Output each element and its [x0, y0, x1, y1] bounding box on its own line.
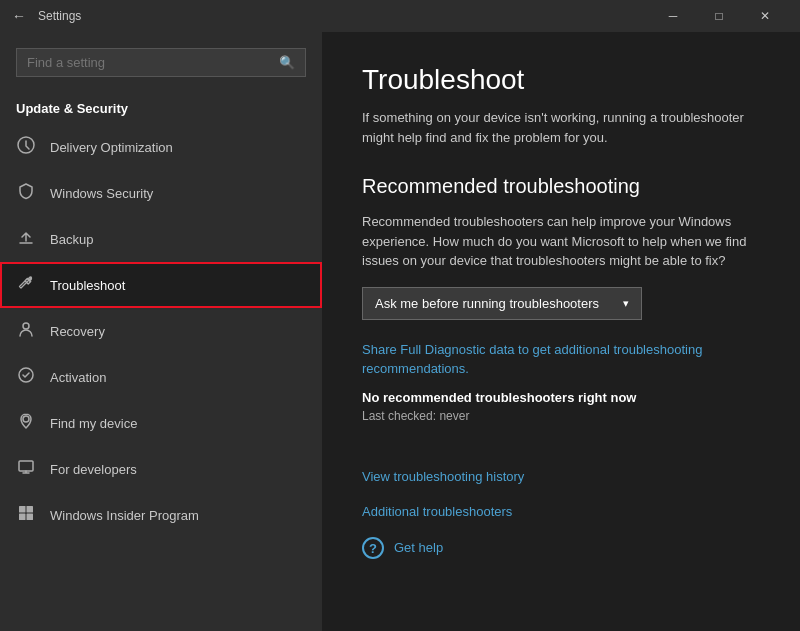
sidebar-item-windows-insider[interactable]: Windows Insider Program [0, 492, 322, 538]
sidebar-item-label-delivery-optimization: Delivery Optimization [50, 140, 173, 155]
recommended-desc: Recommended troubleshooters can help imp… [362, 212, 760, 271]
minimize-button[interactable]: ─ [650, 0, 696, 32]
window-controls: ─ □ ✕ [650, 0, 788, 32]
activation-icon [16, 366, 36, 388]
sidebar-header: 🔍 [0, 32, 322, 101]
delivery-optimization-icon [16, 136, 36, 158]
sidebar-item-activation[interactable]: Activation [0, 354, 322, 400]
maximize-button[interactable]: □ [696, 0, 742, 32]
sidebar-item-backup[interactable]: Backup [0, 216, 322, 262]
backup-icon [16, 228, 36, 250]
get-help-link[interactable]: Get help [394, 539, 443, 557]
sidebar-item-label-windows-security: Windows Security [50, 186, 153, 201]
svg-point-1 [23, 323, 29, 329]
search-input[interactable] [27, 55, 279, 70]
chevron-down-icon: ▾ [623, 297, 629, 310]
sidebar-item-recovery[interactable]: Recovery [0, 308, 322, 354]
recovery-icon [16, 320, 36, 342]
share-diagnostic-link[interactable]: Share Full Diagnostic data to get additi… [362, 342, 702, 376]
titlebar: ← Settings ─ □ ✕ [0, 0, 800, 32]
sidebar-item-label-find-my-device: Find my device [50, 416, 137, 431]
sidebar-item-troubleshoot[interactable]: Troubleshoot [0, 262, 322, 308]
no-troubleshooters-text: No recommended troubleshooters right now [362, 390, 760, 405]
page-description: If something on your device isn't workin… [362, 108, 760, 147]
last-checked-text: Last checked: never [362, 409, 760, 423]
view-history-link[interactable]: View troubleshooting history [362, 469, 524, 484]
content-area: Troubleshoot If something on your device… [322, 32, 800, 631]
titlebar-title: Settings [38, 9, 650, 23]
dropdown-value: Ask me before running troubleshooters [375, 296, 599, 311]
troubleshoot-dropdown[interactable]: Ask me before running troubleshooters ▾ [362, 287, 642, 320]
sidebar-item-delivery-optimization[interactable]: Delivery Optimization [0, 124, 322, 170]
windows-insider-icon [16, 504, 36, 526]
close-button[interactable]: ✕ [742, 0, 788, 32]
windows-security-icon [16, 182, 36, 204]
search-icon: 🔍 [279, 55, 295, 70]
sidebar-item-label-recovery: Recovery [50, 324, 105, 339]
find-my-device-icon [16, 412, 36, 434]
search-box[interactable]: 🔍 [16, 48, 306, 77]
sidebar: 🔍 Update & Security Delivery Optimizatio… [0, 32, 322, 631]
sidebar-item-label-backup: Backup [50, 232, 93, 247]
additional-troubleshooters-link[interactable]: Additional troubleshooters [362, 504, 512, 519]
svg-rect-5 [19, 506, 26, 513]
troubleshoot-icon [16, 274, 36, 296]
svg-rect-6 [27, 506, 34, 513]
main-layout: 🔍 Update & Security Delivery Optimizatio… [0, 32, 800, 631]
sidebar-item-label-activation: Activation [50, 370, 106, 385]
svg-rect-7 [19, 514, 26, 521]
sidebar-item-label-for-developers: For developers [50, 462, 137, 477]
sidebar-section-title: Update & Security [0, 101, 322, 124]
page-title: Troubleshoot [362, 64, 760, 96]
sidebar-item-find-my-device[interactable]: Find my device [0, 400, 322, 446]
recommended-heading: Recommended troubleshooting [362, 175, 760, 198]
back-button[interactable]: ← [12, 8, 26, 24]
sidebar-item-windows-security[interactable]: Windows Security [0, 170, 322, 216]
svg-point-3 [23, 416, 29, 422]
get-help-row: ? Get help [362, 537, 760, 559]
sidebar-item-label-troubleshoot: Troubleshoot [50, 278, 125, 293]
svg-rect-8 [27, 514, 34, 521]
nav-list: Delivery OptimizationWindows SecurityBac… [0, 124, 322, 538]
svg-rect-4 [19, 461, 33, 471]
sidebar-item-label-windows-insider: Windows Insider Program [50, 508, 199, 523]
get-help-icon: ? [362, 537, 384, 559]
for-developers-icon [16, 458, 36, 480]
sidebar-item-for-developers[interactable]: For developers [0, 446, 322, 492]
